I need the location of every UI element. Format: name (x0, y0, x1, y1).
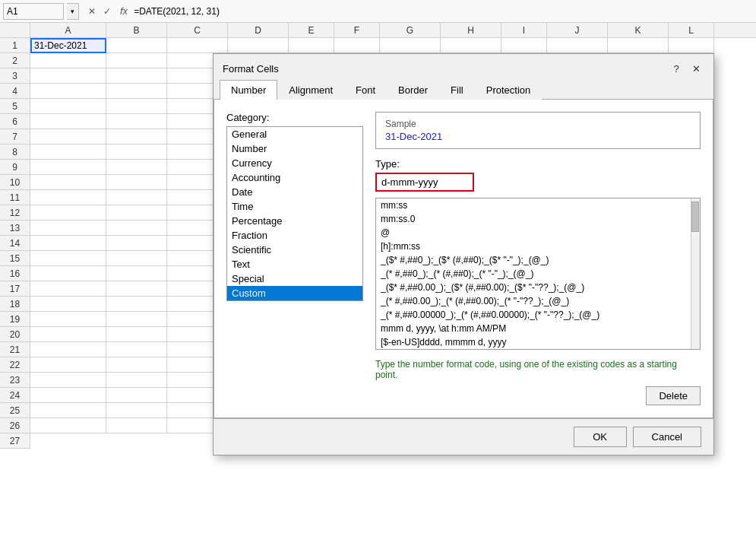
dialog-controls: ? ✕ (668, 60, 704, 77)
list-item[interactable]: mm:ss (376, 198, 700, 212)
list-item-selected[interactable]: d-mmm-yyyy (376, 349, 700, 350)
dialog-help-button[interactable]: ? (668, 60, 685, 77)
delete-row: Delete (375, 386, 701, 405)
category-scientific[interactable]: Scientific (227, 243, 362, 257)
format-cells-dialog: Format Cells ? ✕ Number Alignment Font B… (213, 53, 714, 456)
dialog-overlay: Format Cells ? ✕ Number Alignment Font B… (0, 0, 756, 546)
list-item[interactable]: _($* #,##0.00_);_($* (#,##0.00);_($* "-"… (376, 281, 700, 294)
category-custom[interactable]: Custom (227, 286, 362, 300)
type-label: Type: (375, 158, 701, 170)
category-section: Category: General Number Currency Accoun… (226, 112, 363, 405)
list-item[interactable]: [h]:mm:ss (376, 240, 700, 253)
category-special[interactable]: Special (227, 271, 362, 286)
category-label: Category: (226, 112, 363, 123)
tab-number[interactable]: Number (220, 80, 277, 100)
sample-value: 31-Dec-2021 (385, 131, 691, 142)
dialog-tabs: Number Alignment Font Border Fill Protec… (214, 80, 713, 100)
category-percentage[interactable]: Percentage (227, 214, 362, 228)
cancel-button[interactable]: Cancel (633, 427, 701, 447)
dialog-titlebar: Format Cells ? ✕ (214, 54, 713, 80)
list-item[interactable]: @ (376, 226, 700, 240)
dialog-title: Format Cells (223, 63, 279, 75)
category-general[interactable]: General (227, 127, 362, 141)
tab-fill[interactable]: Fill (439, 80, 475, 100)
category-accounting[interactable]: Accounting (227, 170, 362, 185)
list-item[interactable]: mm:ss.0 (376, 212, 700, 226)
category-number[interactable]: Number (227, 141, 362, 156)
description-text: Type the number format code, using one o… (375, 359, 701, 380)
details-section: Sample 31-Dec-2021 Type: mm:ss mm:ss.0 @ (375, 112, 701, 405)
category-currency[interactable]: Currency (227, 156, 362, 170)
type-list-scrollbar[interactable] (691, 198, 700, 349)
dialog-footer: OK Cancel (214, 418, 713, 455)
category-list[interactable]: General Number Currency Accounting Date … (226, 126, 363, 301)
list-item[interactable]: _(* #,##0.00_);_(* (#,##0.00);_(* "-"??_… (376, 294, 700, 308)
category-time[interactable]: Time (227, 199, 362, 214)
category-fraction[interactable]: Fraction (227, 228, 362, 243)
sample-box: Sample 31-Dec-2021 (375, 112, 701, 149)
list-item[interactable]: _($* #,##0_);_($* (#,##0);_($* "-"_);_(@… (376, 253, 700, 267)
type-input[interactable] (375, 173, 474, 192)
tab-border[interactable]: Border (387, 80, 439, 100)
type-input-row (375, 173, 701, 192)
ok-button[interactable]: OK (574, 427, 627, 447)
category-text[interactable]: Text (227, 257, 362, 271)
type-list-scrollbar-thumb[interactable] (691, 202, 699, 232)
category-date[interactable]: Date (227, 185, 362, 199)
type-list[interactable]: mm:ss mm:ss.0 @ [h]:mm:ss _($* #,##0_);_… (375, 198, 701, 350)
list-item[interactable]: _(* #,##0.00000_);_(* (#,##0.00000);_(* … (376, 308, 700, 322)
tab-alignment[interactable]: Alignment (277, 80, 344, 100)
list-item[interactable]: _(* #,##0_);_(* (#,##0);_(* "-"_);_(@_) (376, 267, 700, 281)
tab-protection[interactable]: Protection (475, 80, 542, 100)
list-item[interactable]: [$-en-US]dddd, mmmm d, yyyy (376, 335, 700, 349)
dialog-body: Category: General Number Currency Accoun… (214, 100, 713, 418)
dialog-content: Category: General Number Currency Accoun… (226, 112, 701, 405)
delete-button[interactable]: Delete (646, 386, 701, 405)
dialog-close-button[interactable]: ✕ (688, 60, 704, 77)
tab-font[interactable]: Font (344, 80, 387, 100)
sample-label: Sample (385, 119, 691, 129)
list-item[interactable]: mmm d, yyyy, \at h:mm AM/PM (376, 322, 700, 335)
